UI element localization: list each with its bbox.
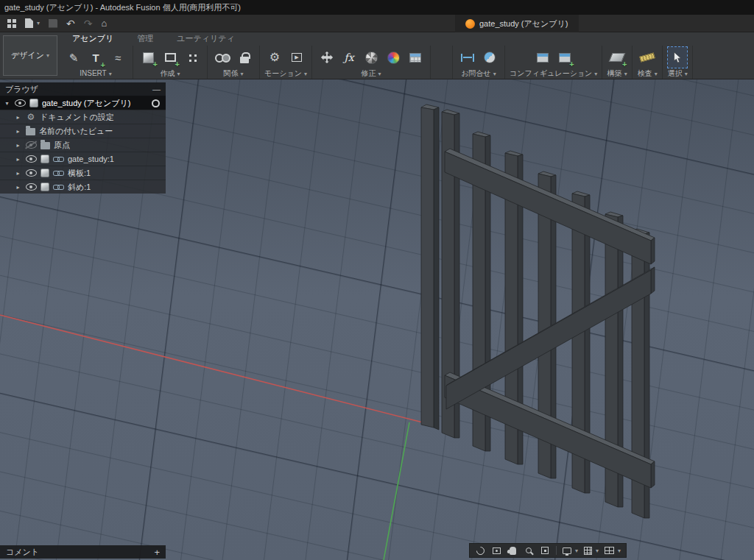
grid-and-snaps-icon[interactable] (582, 544, 601, 557)
document-tab[interactable]: gate_study (アセンブリ) (455, 15, 579, 32)
browser-row-naname-1[interactable]: 斜め:1 (0, 180, 166, 194)
expand-arrow-icon[interactable] (14, 170, 22, 177)
workspace-selector[interactable]: デザイン (3, 35, 57, 76)
joint-icon[interactable] (212, 46, 233, 68)
display-settings-icon[interactable] (560, 544, 580, 557)
browser-row-label: 名前の付いたビュー (39, 126, 113, 137)
window-title: gate_study (アセンブリ) - Autodesk Fusion 個人用… (4, 2, 241, 13)
configuration-insert-icon[interactable] (554, 46, 575, 68)
expand-arrow-icon[interactable] (14, 142, 22, 149)
add-comment-button[interactable]: + (154, 547, 160, 558)
orbit-icon[interactable] (473, 544, 487, 557)
group-label-create[interactable]: 作成 (160, 68, 180, 79)
ribbon-group-motion: ⚙ ▶ モーション (260, 46, 312, 79)
group-label-configuration[interactable]: コンフィギュレーション (510, 68, 597, 79)
ribbon-group-configuration: コンフィギュレーション (505, 46, 602, 79)
folder-icon (40, 142, 50, 149)
tab-assembly[interactable]: アセンブリ (71, 33, 115, 46)
save-icon[interactable] (44, 15, 62, 32)
collapse-panel-icon[interactable]: — (152, 85, 161, 93)
undo-icon[interactable]: ↶ (62, 15, 80, 32)
browser-row-root[interactable]: gate_study (アセンブリ) (0, 96, 166, 110)
expand-arrow-icon[interactable] (3, 100, 11, 107)
insert-into-design-icon[interactable]: T (85, 47, 106, 69)
move-icon[interactable] (317, 46, 337, 68)
expand-arrow-icon[interactable] (14, 156, 22, 163)
select-cursor-icon[interactable] (667, 46, 688, 68)
ribbon-group-create: 作成 (133, 46, 208, 79)
expand-arrow-icon[interactable] (14, 114, 22, 121)
new-component-icon[interactable] (138, 46, 158, 68)
group-label-select[interactable]: 選択 (668, 68, 688, 79)
visibility-eye-icon[interactable] (26, 183, 37, 191)
ribbon-spacer (431, 46, 453, 79)
group-label-motion[interactable]: モーション (264, 68, 307, 79)
ribbon-groups: ✎ T ≈ INSERT 作成 (59, 46, 754, 79)
visibility-eye-icon[interactable] (26, 169, 37, 177)
construction-plane-icon[interactable] (607, 46, 627, 68)
pattern-icon[interactable] (182, 46, 202, 68)
change-parameters-icon[interactable]: ƒx (339, 46, 359, 68)
ribbon-group-inspect: 検査 (633, 46, 663, 79)
data-panel-icon[interactable] (3, 15, 21, 32)
browser-row-label: 原点 (54, 140, 70, 151)
motion-link-icon[interactable]: ⚙ (264, 46, 285, 68)
ribbon: デザイン アセンブリ 管理 ユーティリティ ✎ T ≈ INSERT (0, 32, 754, 79)
insert-mesh-icon[interactable]: ≈ (108, 47, 128, 69)
group-label-modify[interactable]: 修正 (361, 68, 381, 79)
ribbon-group-insert: ✎ T ≈ INSERT (59, 46, 133, 79)
configuration-table-icon[interactable] (532, 46, 553, 68)
visibility-eye-off-icon[interactable] (26, 141, 37, 149)
view-navigation-bar (469, 543, 627, 558)
group-label-inspect[interactable]: 検査 (638, 68, 658, 79)
insert-derive-icon[interactable]: ✎ (63, 47, 84, 69)
visibility-eye-icon[interactable] (15, 99, 26, 107)
rigid-group-icon[interactable] (234, 46, 255, 68)
browser-row-gate-study-1[interactable]: gate_study:1 (0, 152, 166, 166)
grid-squares-icon (7, 19, 16, 28)
measure-icon[interactable] (457, 46, 478, 68)
assembly-icon (29, 99, 38, 107)
browser-header[interactable]: ブラウザ — (0, 82, 166, 96)
home-icon[interactable]: ⌂ (96, 15, 111, 32)
create-sketch-icon[interactable] (160, 46, 180, 68)
redo-icon[interactable]: ↷ (80, 15, 97, 32)
browser-row-origin[interactable]: 原点 (0, 138, 166, 152)
comments-bar[interactable]: コメント + (0, 545, 166, 559)
ribbon-main: アセンブリ 管理 ユーティリティ ✎ T ≈ INSERT (59, 32, 754, 79)
browser-row-document-settings[interactable]: ⚙ ドキュメントの設定 (0, 110, 166, 124)
activate-radio-icon[interactable] (152, 99, 160, 107)
tab-utilities[interactable]: ユーティリティ (175, 33, 236, 46)
appearance-icon[interactable] (361, 46, 381, 68)
fit-view-icon[interactable] (538, 544, 552, 557)
group-label-insert[interactable]: INSERT (80, 69, 112, 77)
zoom-icon[interactable] (521, 544, 536, 557)
browser-row-named-views[interactable]: 名前の付いたビュー (0, 124, 166, 138)
pan-icon[interactable] (505, 544, 520, 557)
fusion-window: gate_study (アセンブリ) - Autodesk Fusion 個人用… (0, 0, 754, 560)
group-label-construct[interactable]: 構築 (607, 68, 627, 79)
browser-title: ブラウザ (5, 84, 38, 95)
visibility-eye-icon[interactable] (26, 155, 37, 163)
document-type-icon (465, 19, 475, 29)
motion-study-icon[interactable]: ▶ (286, 46, 307, 68)
ribbon-tabs: アセンブリ 管理 ユーティリティ (59, 32, 754, 46)
viewport-layout-icon[interactable] (602, 544, 623, 557)
parameters-table-icon[interactable] (405, 46, 426, 68)
file-menu-icon[interactable] (21, 15, 44, 32)
tab-manage[interactable]: 管理 (135, 33, 155, 46)
group-label-relations[interactable]: 関係 (223, 68, 243, 79)
link-icon (53, 183, 64, 191)
ruler-icon[interactable] (637, 46, 658, 68)
component-icon (40, 155, 49, 163)
expand-arrow-icon[interactable] (14, 184, 22, 191)
browser-row-yokoita-1[interactable]: 横板:1 (0, 166, 166, 180)
expand-arrow-icon[interactable] (14, 128, 22, 135)
group-label-interrogate[interactable]: お問合せ (461, 68, 496, 79)
manage-materials-icon[interactable] (383, 46, 404, 68)
title-bar: gate_study (アセンブリ) - Autodesk Fusion 個人用… (0, 0, 754, 15)
look-at-icon[interactable] (489, 544, 504, 557)
browser-row-label: gate_study:1 (68, 155, 114, 163)
section-analysis-icon[interactable] (479, 46, 500, 68)
ribbon-group-modify: ƒx 修正 (312, 46, 431, 79)
